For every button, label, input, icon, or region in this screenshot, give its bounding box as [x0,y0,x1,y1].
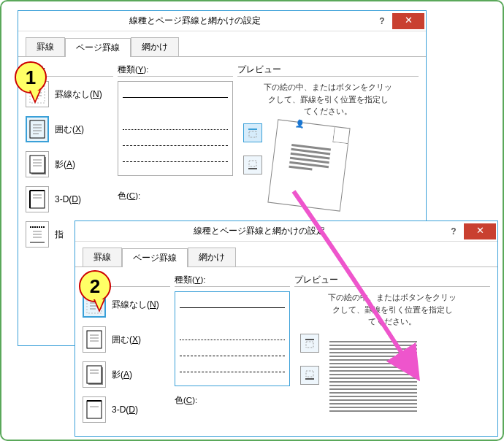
titlebar-2: 線種とページ罫線と網かけの設定 ? ✕ [75,221,497,242]
option-none-label: 罫線なし(N) [55,88,102,101]
line-style-list[interactable] [118,81,233,176]
shadow-icon-2 [83,361,106,388]
option-shadow-2[interactable]: 影(A) [83,361,170,388]
svg-rect-15 [30,191,45,208]
svg-rect-42 [87,401,102,418]
option-shadow-label-2: 影(A) [112,369,132,381]
callout-1: 1 [15,61,47,93]
tab-border-2[interactable]: 罫線 [83,248,122,266]
preview-hint-2: 下の絵の中、またはボタンをクリッ クして、罫線を引く位置を指定し てください。 [294,291,490,334]
preview-top-border-button-2[interactable] [300,334,319,353]
dialog-borders-2: 線種とページ罫線と網かけの設定 ? ✕ 罫線 ページ罫線 網かけ 種類: 罫線な… [75,220,498,437]
dialog-title-2: 線種とページ罫線と網かけの設定 [75,225,443,237]
option-none-label-2: 罫線なし(N) [112,299,159,311]
tab-strip: 罫線 ページ罫線 網かけ [18,31,426,57]
dialog-title: 線種とページ罫線と網かけの設定 [18,15,372,27]
shadow-icon [26,151,49,177]
preview-bottom-border-button[interactable] [243,156,262,175]
close-button-2[interactable]: ✕ [464,223,496,239]
svg-rect-46 [306,342,313,348]
preview-label: プレビュー [237,64,419,77]
svg-rect-34 [87,331,102,348]
option-3d-2[interactable]: 3-D(D) [83,396,170,423]
option-box-2[interactable]: 囲む(X) [83,326,170,353]
option-shadow-label: 影(A) [55,158,75,171]
tab-page-border-2[interactable]: ページ罫線 [122,248,188,267]
option-box[interactable]: 囲む(X) [26,116,113,142]
help-button-2[interactable]: ? [443,226,464,237]
callout-2: 2 [79,270,111,302]
tab-shading[interactable]: 網かけ [131,37,179,56]
preview-bottom-border-button-2[interactable] [300,366,319,385]
preview-label-2: プレビュー [294,275,490,287]
option-custom-label: 指 [55,229,64,241]
style-label: 種類(Y): [118,64,233,77]
svg-rect-26 [249,131,256,137]
svg-rect-27 [249,161,256,166]
page-preview-2[interactable] [329,334,417,414]
page-preview[interactable]: 👤 [267,119,350,211]
tab-shading-2[interactable]: 網かけ [188,248,236,266]
option-box-label-2: 囲む(X) [112,334,141,346]
option-shadow[interactable]: 影(A) [26,151,113,177]
custom-icon [26,221,49,248]
preview-top-border-button[interactable] [243,123,262,142]
box-icon-2 [83,326,106,353]
threed-icon [26,186,49,212]
tab-border[interactable]: 罫線 [26,37,65,56]
svg-rect-39 [87,366,102,383]
svg-rect-5 [30,120,45,138]
option-3d[interactable]: 3-D(D) [26,186,113,212]
svg-rect-11 [30,156,45,173]
svg-rect-47 [306,371,313,377]
option-box-label: 囲む(X) [55,123,84,136]
option-3d-label: 3-D(D) [55,194,81,204]
pin-icon: 👤 [295,119,305,128]
tab-strip-2: 罫線 ページ罫線 網かけ [75,242,497,267]
box-icon [26,116,49,142]
close-button[interactable]: ✕ [392,13,424,29]
preview-hint: 下の絵の中、またはボタンをクリッ クして、罫線を引く位置を指定し てください。 [237,81,419,123]
threed-icon-2 [83,396,106,423]
color-label: 色(C): [118,191,233,202]
option-3d-label-2: 3-D(D) [112,404,138,415]
style-label-2: 種類(Y): [175,275,290,287]
tab-page-border[interactable]: ページ罫線 [65,38,131,57]
line-style-list-2[interactable] [175,291,290,386]
titlebar: 線種とページ罫線と網かけの設定 ? ✕ [18,11,426,31]
help-button[interactable]: ? [372,16,392,26]
color-label-2: 色(C): [175,395,290,407]
